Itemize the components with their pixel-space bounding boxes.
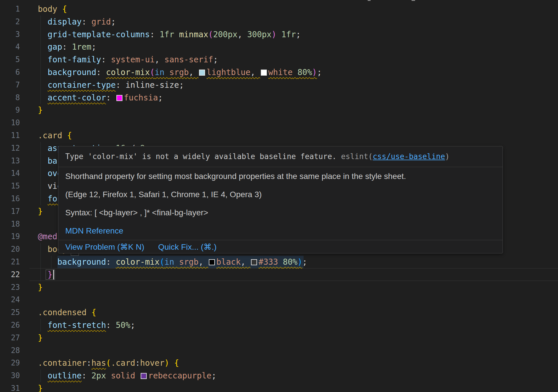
code-token: body <box>38 4 57 14</box>
code-token: ) <box>164 358 169 368</box>
line-number[interactable]: 28 <box>0 344 20 357</box>
code-line: 26 font-stretch: 50%; <box>0 319 558 332</box>
line-number[interactable]: 12 <box>0 142 20 155</box>
color-swatch[interactable] <box>251 259 257 265</box>
code-token: { <box>91 308 96 317</box>
code-token: 50% <box>116 320 131 330</box>
quick-fix-link[interactable]: Quick Fix... (⌘.) <box>158 240 216 253</box>
line-number[interactable]: 5 <box>0 53 20 66</box>
line-number[interactable]: 21 <box>0 256 20 268</box>
code-token: } <box>38 333 43 343</box>
code-token <box>169 358 174 368</box>
line-number[interactable]: 7 <box>0 79 20 92</box>
line-number[interactable]: 22 <box>0 268 20 281</box>
line-code[interactable]: .container:has(.card:hover) { <box>38 357 179 369</box>
line-code[interactable]: font-stretch: 50%; <box>38 319 135 332</box>
color-swatch[interactable] <box>116 95 122 101</box>
warning-squiggle: color-mix(in srgb, lightblue, white 80%) <box>106 68 317 77</box>
code-token: } <box>38 207 43 216</box>
line-code[interactable]: background: color-mix(in srgb, lightblue… <box>38 66 322 79</box>
code-token: minmax <box>179 30 208 39</box>
line-number[interactable]: 20 <box>0 243 20 256</box>
line-number[interactable]: 1 <box>0 3 20 16</box>
code-token: : <box>106 320 116 330</box>
line-number[interactable]: 2 <box>0 16 20 28</box>
code-token: ; <box>158 93 163 102</box>
line-number[interactable]: 23 <box>0 281 20 294</box>
color-swatch[interactable] <box>209 259 215 265</box>
line-code[interactable]: } <box>38 104 43 117</box>
line-code[interactable]: outline: 2px solid rebeccapurple; <box>38 369 216 382</box>
line-number[interactable]: 17 <box>0 205 20 218</box>
view-problem-link[interactable]: View Problem (⌘K N) <box>65 240 144 253</box>
code-token: ; <box>296 30 301 39</box>
line-code[interactable]: grid-template-columns: 1fr minmax(200px,… <box>38 28 301 41</box>
color-swatch[interactable] <box>199 70 205 76</box>
code-token <box>276 30 281 39</box>
mdn-reference-link[interactable]: MDN Reference <box>65 226 123 235</box>
code-token: , <box>237 30 247 39</box>
line-number[interactable]: 11 <box>0 129 20 142</box>
code-token: 80% <box>283 257 297 267</box>
line-code[interactable]: container-type: inline-size; <box>38 79 184 92</box>
line-number[interactable]: 31 <box>0 382 20 392</box>
line-number[interactable]: 26 <box>0 319 20 332</box>
line-number[interactable]: 19 <box>0 230 20 243</box>
line-code[interactable]: } <box>38 382 43 392</box>
diagnostic-source-suffix: ) <box>445 152 450 161</box>
line-code[interactable]: .card { <box>38 129 72 142</box>
code-token <box>87 308 92 317</box>
line-code[interactable]: body { <box>38 3 67 16</box>
line-number[interactable]: 13 <box>0 155 20 167</box>
color-swatch[interactable] <box>261 70 267 76</box>
code-token: 80% <box>297 68 312 77</box>
doc-section: Shorthand property for setting most back… <box>58 167 503 240</box>
code-line: 25.condensed { <box>0 306 558 319</box>
line-code[interactable]: } <box>38 205 43 218</box>
code-token <box>38 169 48 178</box>
line-number[interactable]: 29 <box>0 357 20 369</box>
line-code[interactable]: display: grid; <box>38 16 116 28</box>
code-token: 200px <box>213 30 237 39</box>
code-line: 2 display: grid; <box>0 16 558 28</box>
code-token: ) <box>297 257 302 267</box>
code-token <box>106 371 111 380</box>
code-token: .card <box>111 358 135 368</box>
code-token: has <box>91 358 106 368</box>
color-swatch[interactable] <box>141 373 147 379</box>
line-code[interactable]: gap: 1rem; <box>38 41 96 53</box>
line-code[interactable]: accent-color: fuchsia; <box>38 92 163 104</box>
line-number[interactable]: 3 <box>0 28 20 41</box>
code-line: 30 outline: 2px solid rebeccapurple; <box>0 369 558 382</box>
code-token <box>38 55 48 64</box>
line-number[interactable]: 10 <box>0 117 20 129</box>
code-token: container-type <box>48 80 116 90</box>
line-code[interactable]: } <box>38 281 43 294</box>
code-line: 4 gap: 1rem; <box>0 41 558 53</box>
warning-squiggle: container-type <box>48 80 116 90</box>
line-number[interactable]: 9 <box>0 104 20 117</box>
line-code[interactable]: background: color-mix(in srgb, black, #3… <box>38 256 307 268</box>
line-number[interactable]: 24 <box>0 294 20 306</box>
line-code[interactable]: .condensed { <box>38 306 96 319</box>
line-code[interactable]: } <box>38 332 43 344</box>
code-token: : <box>116 80 126 90</box>
code-token: background <box>57 257 106 267</box>
line-number[interactable]: 27 <box>0 332 20 344</box>
line-number[interactable]: 6 <box>0 66 20 79</box>
line-number[interactable]: 25 <box>0 306 20 319</box>
line-number[interactable]: 16 <box>0 193 20 205</box>
line-number[interactable]: 15 <box>0 180 20 193</box>
clipped-glyph-sliver <box>368 0 371 1</box>
eslint-rule-link[interactable]: css/use-baseline <box>373 152 445 161</box>
line-number[interactable]: 4 <box>0 41 20 53</box>
line-code[interactable]: font-family: system-ui, sans-serif; <box>38 53 218 66</box>
code-token: : <box>87 358 92 368</box>
code-line: 11.card { <box>0 129 558 142</box>
code-token: : <box>96 68 106 77</box>
line-number[interactable]: 8 <box>0 92 20 104</box>
line-number[interactable]: 14 <box>0 167 20 180</box>
line-number[interactable]: 30 <box>0 369 20 382</box>
line-number[interactable]: 18 <box>0 218 20 231</box>
code-token <box>38 42 48 52</box>
